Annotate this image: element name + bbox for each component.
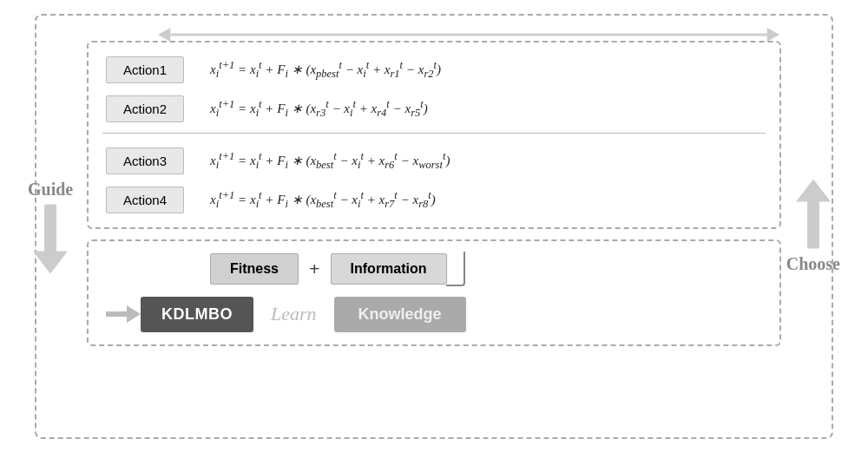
choose-arrow-icon (794, 179, 832, 248)
outer-frame: Guide Choose Action1 xit+1 = xit + Fi ∗ … (35, 14, 833, 439)
svg-marker-1 (158, 28, 170, 42)
information-label: Information (331, 253, 447, 285)
actions-box: Action1 xit+1 = xit + Fi ∗ (xpbestt − xi… (87, 41, 781, 229)
actions-bottom-group: Action3 xit+1 = xit + Fi ∗ (xbestt − xit… (102, 137, 766, 219)
table-row: Action2 xit+1 = xit + Fi ∗ (xr3t − xit +… (102, 90, 766, 128)
learn-label: Learn (253, 303, 334, 325)
guide-section: Guide (28, 179, 73, 273)
action1-label: Action1 (106, 56, 184, 83)
fitness-label: Fitness (210, 253, 299, 285)
action3-label: Action3 (106, 147, 184, 174)
action1-formula: xit+1 = xit + Fi ∗ (xpbestt − xit + xr1t… (210, 59, 441, 81)
knowledge-box: Fitness + Information KDLMBO Learn Knowl… (87, 239, 781, 346)
fitness-info-row: Fitness + Information (210, 253, 447, 285)
knowledge-result-label: Knowledge (334, 297, 466, 332)
actions-top-group: Action1 xit+1 = xit + Fi ∗ (xpbestt − xi… (102, 51, 766, 134)
l-connector-icon (446, 252, 465, 286)
kdlmbo-label: KDLMBO (141, 297, 253, 332)
action4-label: Action4 (106, 187, 184, 213)
table-row: Action1 xit+1 = xit + Fi ∗ (xpbestt − xi… (102, 51, 766, 88)
table-row: Action4 xit+1 = xit + Fi ∗ (xbestt − xit… (102, 181, 766, 219)
plus-icon: + (309, 258, 320, 280)
table-row: Action3 xit+1 = xit + Fi ∗ (xbestt − xit… (102, 142, 766, 180)
input-arrow-icon (106, 305, 141, 323)
outer-loop-arrow (158, 23, 779, 47)
guide-arrow-icon (31, 204, 69, 273)
guide-label: Guide (28, 179, 73, 199)
svg-marker-0 (767, 28, 779, 42)
choose-section: Choose (786, 179, 840, 273)
choose-label: Choose (786, 253, 840, 273)
action2-label: Action2 (106, 95, 184, 122)
action4-formula: xit+1 = xit + Fi ∗ (xbestt − xit + xr7t … (210, 189, 436, 211)
bottom-row: KDLMBO Learn Knowledge (106, 297, 762, 332)
action2-formula: xit+1 = xit + Fi ∗ (xr3t − xit + xr4t − … (210, 98, 428, 120)
main-content: Action1 xit+1 = xit + Fi ∗ (xpbestt − xi… (78, 27, 790, 426)
action3-formula: xit+1 = xit + Fi ∗ (xbestt − xit + xr6t … (210, 150, 450, 172)
